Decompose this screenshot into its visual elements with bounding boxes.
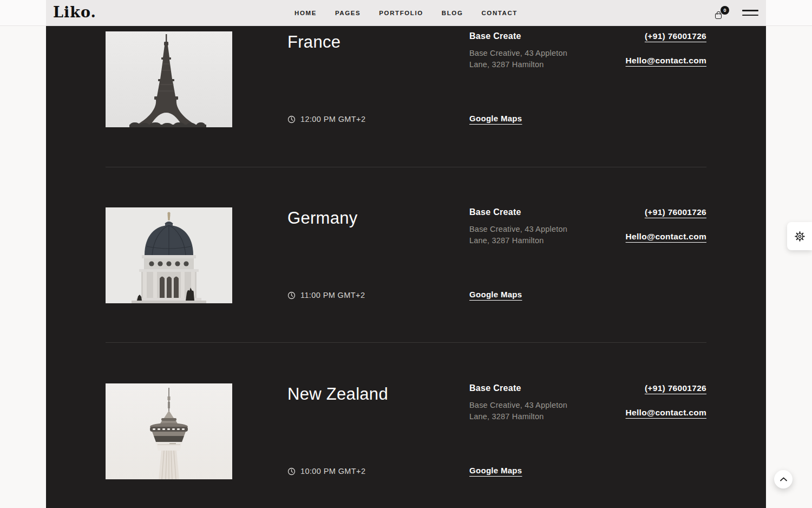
contact-links: (+91) 76001726 Hello@contact.com xyxy=(626,31,706,66)
phone-link[interactable]: (+91) 76001726 xyxy=(626,383,706,393)
header-bar: Liko. HOME PAGES PORTFOLIO BLOG CONTACT … xyxy=(46,0,766,25)
settings-panel-toggle[interactable] xyxy=(787,222,812,250)
company-address: Base Creative, 43 AppletonLane, 3287 Ham… xyxy=(469,224,621,246)
local-time-text: 10:00 PM GMT+2 xyxy=(300,467,365,476)
email-link[interactable]: Hello@contact.com xyxy=(626,408,706,418)
email-link[interactable]: Hello@contact.com xyxy=(626,56,706,66)
company-block: Base Create Base Creative, 43 AppletonLa… xyxy=(469,383,621,422)
sky-tower-illustration xyxy=(106,383,232,479)
main-nav: HOME PAGES PORTFOLIO BLOG CONTACT xyxy=(294,0,518,25)
shopping-bag-icon xyxy=(715,14,722,19)
local-time-text: 11:00 PM GMT+2 xyxy=(300,291,365,299)
location-row-germany: Germany 11:00 PM GMT+2 Base Create Base … xyxy=(106,207,706,303)
location-photo-france xyxy=(106,31,232,127)
location-photo-germany xyxy=(106,207,232,303)
location-row-new-zealand: New Zealand 10:00 PM GMT+2 Base Create B… xyxy=(106,383,706,479)
site-header: Liko. HOME PAGES PORTFOLIO BLOG CONTACT … xyxy=(0,0,812,26)
nav-item-home[interactable]: HOME xyxy=(294,10,317,16)
gear-icon xyxy=(794,231,806,242)
google-maps-link[interactable]: Google Maps xyxy=(469,466,522,475)
company-name: Base Create xyxy=(469,383,621,393)
local-time-text: 12:00 PM GMT+2 xyxy=(300,115,365,123)
nav-item-blog[interactable]: BLOG xyxy=(442,10,463,16)
location-country: Germany xyxy=(287,207,358,229)
nav-item-portfolio[interactable]: PORTFOLIO xyxy=(379,10,423,16)
contact-links: (+91) 76001726 Hello@contact.com xyxy=(626,207,706,242)
location-row-france: France 12:00 PM GMT+2 Base Create Base C… xyxy=(106,31,706,127)
nav-item-contact[interactable]: CONTACT xyxy=(481,10,518,16)
local-time: 12:00 PM GMT+2 xyxy=(287,115,365,123)
location-photo-new-zealand xyxy=(106,383,232,479)
cart-button[interactable]: 0 xyxy=(714,5,729,21)
location-country: France xyxy=(287,31,340,53)
google-maps-link[interactable]: Google Maps xyxy=(469,290,522,299)
clock-icon xyxy=(287,467,296,476)
company-block: Base Create Base Creative, 43 AppletonLa… xyxy=(469,207,621,246)
row-divider xyxy=(106,342,706,343)
company-block: Base Create Base Creative, 43 AppletonLa… xyxy=(469,31,621,70)
site-logo[interactable]: Liko. xyxy=(53,4,96,21)
phone-link[interactable]: (+91) 76001726 xyxy=(626,31,706,41)
company-name: Base Create xyxy=(469,207,621,217)
local-time: 10:00 PM GMT+2 xyxy=(287,467,365,476)
contact-links: (+91) 76001726 Hello@contact.com xyxy=(626,383,706,418)
row-divider xyxy=(106,167,706,167)
eiffel-tower-illustration xyxy=(106,31,232,127)
clock-icon xyxy=(287,291,296,299)
company-address: Base Creative, 43 AppletonLane, 3287 Ham… xyxy=(469,400,621,422)
nav-item-pages[interactable]: PAGES xyxy=(335,10,361,16)
chevron-up-icon xyxy=(780,477,787,481)
company-name: Base Create xyxy=(469,31,621,41)
company-address: Base Creative, 43 AppletonLane, 3287 Ham… xyxy=(469,48,621,70)
scroll-to-top-button[interactable] xyxy=(774,470,793,489)
cart-count-badge: 0 xyxy=(721,6,729,15)
header-icons: 0 xyxy=(714,0,758,25)
google-maps-link[interactable]: Google Maps xyxy=(469,114,522,123)
email-link[interactable]: Hello@contact.com xyxy=(626,232,706,242)
cathedral-dome-illustration xyxy=(106,207,232,303)
hamburger-menu-icon[interactable] xyxy=(742,10,758,16)
local-time: 11:00 PM GMT+2 xyxy=(287,291,365,299)
phone-link[interactable]: (+91) 76001726 xyxy=(626,207,706,217)
clock-icon xyxy=(287,115,296,123)
location-country: New Zealand xyxy=(287,383,388,405)
